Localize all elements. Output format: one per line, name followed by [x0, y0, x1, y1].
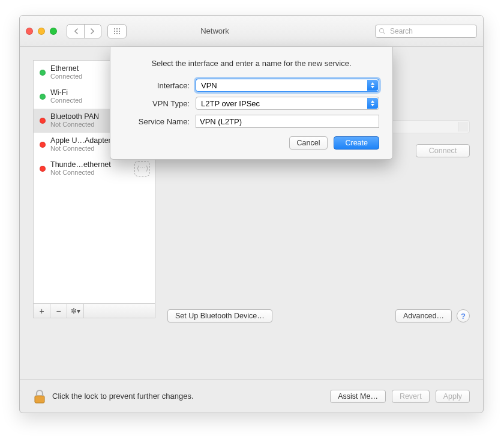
status-dot-icon [40, 94, 46, 100]
status-dot-icon [40, 142, 46, 148]
search-input[interactable] [375, 25, 477, 38]
window-title: Network [61, 26, 369, 35]
create-button[interactable]: Create [334, 136, 379, 150]
zoom-window-button[interactable] [50, 28, 57, 35]
help-button[interactable]: ? [457, 309, 470, 322]
lock-hint-text: Click the lock to prevent further change… [52, 392, 194, 401]
vpn-type-popup[interactable]: L2TP over IPSec [196, 97, 379, 110]
svg-rect-2 [35, 396, 44, 403]
apply-button[interactable]: Apply [436, 390, 470, 403]
vpn-type-value: L2TP over IPSec [201, 99, 260, 108]
sheet-title: Select the interface and enter a name fo… [124, 59, 379, 68]
window-toolbar: Network [20, 16, 483, 47]
popup-arrows-icon [367, 80, 378, 91]
sidebar-item-status: Not Connected [50, 169, 130, 177]
gear-icon: ✼▾ [71, 307, 80, 315]
close-window-button[interactable] [26, 28, 33, 35]
status-dot-icon [40, 118, 46, 124]
traffic-lights [26, 28, 57, 35]
setup-bluetooth-button[interactable]: Set Up Bluetooth Device… [167, 309, 272, 322]
interface-value: VPN [201, 81, 217, 90]
vpn-type-label: VPN Type: [124, 99, 196, 108]
popup-arrows-icon [367, 98, 378, 109]
lock-icon[interactable] [33, 389, 46, 404]
minimize-window-button[interactable] [38, 28, 45, 35]
new-service-sheet: Select the interface and enter a name fo… [110, 47, 393, 160]
advanced-button[interactable]: Advanced… [395, 309, 452, 322]
cancel-button[interactable]: Cancel [289, 136, 328, 150]
service-name-input[interactable] [196, 115, 379, 128]
status-dot-icon [40, 70, 46, 76]
ethernet-icon: ⟨⋯⟩ [134, 161, 150, 177]
interface-label: Interface: [124, 81, 196, 90]
connect-button[interactable]: Connect [416, 144, 470, 157]
remove-service-button[interactable]: − [50, 304, 67, 318]
search-icon [379, 28, 386, 35]
status-dot-icon [40, 166, 46, 172]
network-preferences-window: Network Ethernet Connected [19, 15, 484, 413]
services-footer: + − ✼▾ [34, 303, 155, 318]
revert-button[interactable]: Revert [392, 390, 430, 403]
assist-me-button[interactable]: Assist Me… [330, 390, 386, 403]
service-actions-button[interactable]: ✼▾ [67, 304, 84, 318]
svg-line-1 [383, 32, 385, 34]
interface-popup[interactable]: VPN [196, 79, 379, 92]
toolbar-search [375, 25, 477, 38]
service-name-label: Service Name: [124, 117, 196, 126]
svg-point-0 [380, 28, 384, 32]
sidebar-item-label: Thunde…ethernet [50, 160, 130, 169]
window-footer: Click the lock to prevent further change… [20, 379, 483, 413]
sidebar-item-thunderbolt-ethernet[interactable]: Thunde…ethernet Not Connected ⟨⋯⟩ [34, 157, 155, 181]
add-service-button[interactable]: + [34, 304, 50, 318]
